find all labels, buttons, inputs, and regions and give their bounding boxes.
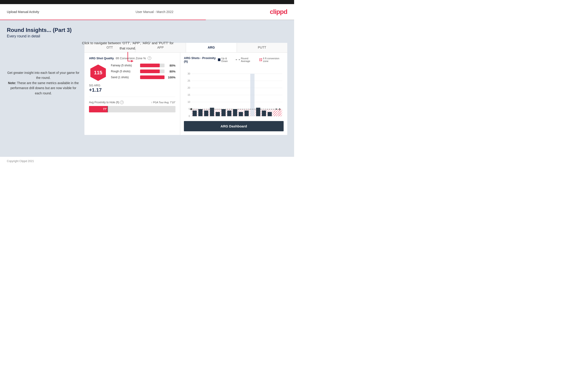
svg-rect-20: [204, 110, 208, 116]
proximity-marker: [107, 106, 108, 112]
svg-text:15: 15: [188, 94, 190, 96]
footer: Copyright Clippd 2021: [0, 157, 294, 166]
widget-left-panel: ARG Shot Quality 6ft Conversion Zone % ?…: [84, 53, 180, 135]
svg-rect-32: [273, 110, 277, 116]
svg-rect-22: [216, 112, 220, 116]
proximity-bar-track: 77': [89, 106, 175, 112]
legend-solid-swatch: [218, 58, 220, 61]
sg-section: SG ARG +1.17: [89, 84, 175, 93]
svg-rect-31: [268, 112, 272, 116]
svg-rect-28: [250, 74, 254, 116]
chart-legend: Up & Down Round Average 6 ft conversion …: [218, 57, 284, 62]
conversion-label: 6ft Conversion Zone %: [116, 57, 146, 60]
svg-rect-23: [221, 109, 225, 116]
svg-point-35: [190, 108, 192, 110]
proximity-value: 77': [103, 108, 107, 111]
help-icon[interactable]: ?: [148, 56, 151, 60]
bar-pct-rough: 80%: [166, 70, 175, 73]
svg-rect-30: [262, 110, 266, 116]
bar-row-sand: Sand (1 shots) 100%: [111, 75, 175, 79]
logo: clippd: [270, 8, 287, 16]
tab-arg[interactable]: ARG: [186, 43, 237, 52]
arg-dashboard-button[interactable]: ARG Dashboard: [184, 121, 284, 131]
chart-header: ARG Shots - Proximity (ft) Up & Down Rou…: [184, 56, 284, 63]
legend-6ft-zone: 6 ft conversion zone: [259, 57, 284, 62]
copyright: Copyright Clippd 2021: [7, 159, 34, 163]
bar-label-fairway: Fairway (5 shots): [111, 64, 138, 67]
legend-up-down: Up & Down: [218, 57, 233, 62]
legend-dashed-swatch: [236, 59, 240, 60]
widget-right-panel: ARG Shots - Proximity (ft) Up & Down Rou…: [180, 53, 287, 135]
bar-track-rough: [140, 69, 164, 73]
tab-ott[interactable]: OTT: [84, 43, 135, 52]
section-title: Round Insights... (Part 3): [7, 27, 287, 33]
proximity-label: Avg Proximity to Hole (ft) ?: [89, 100, 124, 104]
upload-manual-label: Upload Manual Activity: [7, 10, 39, 14]
hex-score: 115: [94, 70, 103, 76]
bar-track-fairway: [140, 64, 164, 67]
top-bar: [0, 0, 294, 4]
chart-area: 0 5 10 15 20 25 30: [184, 66, 284, 118]
left-panel: Get greater insight into each facet of y…: [7, 43, 80, 96]
pga-tour-avg: ↑ PGA Tour Avg: 7'10": [151, 101, 175, 104]
svg-text:0: 0: [189, 115, 190, 117]
svg-text:5: 5: [189, 108, 190, 110]
chart-title: ARG Shots - Proximity (ft): [184, 56, 218, 63]
sg-label: SG ARG: [89, 84, 175, 87]
svg-text:8: 8: [279, 108, 280, 110]
legend-hatched-swatch: [259, 58, 262, 61]
proximity-section: Avg Proximity to Hole (ft) ? ↑ PGA Tour …: [89, 97, 175, 112]
tabs-container: OTT APP ARG PUTT: [84, 43, 287, 53]
svg-rect-27: [245, 110, 249, 116]
bar-track-sand: [140, 75, 164, 79]
legend-round-avg: Round Average: [236, 57, 257, 62]
bar-pct-sand: 100%: [166, 76, 175, 79]
round-insights-widget: OTT APP ARG PUTT ARG Shot Quality: [84, 43, 287, 135]
header: Upload Manual Activity User Manual - Mar…: [0, 4, 294, 20]
svg-rect-19: [198, 109, 202, 116]
widget-body: ARG Shot Quality 6ft Conversion Zone % ?…: [84, 53, 287, 135]
bar-row-rough: Rough (5 shots) 80%: [111, 69, 175, 73]
shot-quality-header: ARG Shot Quality 6ft Conversion Zone % ?: [89, 56, 175, 60]
note-label: Note:: [8, 81, 16, 85]
tab-putt[interactable]: PUTT: [237, 43, 287, 52]
insight-text: Get greater insight into each facet of y…: [7, 70, 80, 96]
svg-text:25: 25: [188, 80, 190, 82]
section-subtitle: Every round in detail: [7, 34, 287, 38]
svg-rect-24: [227, 110, 231, 116]
svg-rect-18: [193, 110, 197, 116]
bar-label-sand: Sand (1 shots): [111, 76, 138, 79]
tab-app[interactable]: APP: [135, 43, 186, 52]
main-content: Round Insights... (Part 3) Every round i…: [0, 20, 294, 157]
bar-row-fairway: Fairway (5 shots) 80%: [111, 64, 175, 67]
svg-text:30: 30: [188, 73, 190, 75]
bars-section: Fairway (5 shots) 80% Rough (5 shots): [111, 64, 175, 81]
svg-rect-26: [239, 112, 243, 116]
arg-chart: 0 5 10 15 20 25 30: [184, 66, 284, 118]
svg-rect-25: [233, 109, 237, 116]
manual-date-label: User Manual - March 2022: [136, 10, 173, 14]
bar-pct-fairway: 80%: [166, 64, 175, 67]
proximity-help-icon[interactable]: ?: [120, 100, 124, 104]
svg-text:20: 20: [188, 87, 190, 89]
bar-label-rough: Rough (5 shots): [111, 70, 138, 73]
hexagon-container: 115: [89, 64, 107, 82]
shot-quality-label: ARG Shot Quality: [89, 57, 114, 60]
sg-value: +1.17: [89, 87, 175, 93]
svg-text:10: 10: [188, 101, 190, 103]
